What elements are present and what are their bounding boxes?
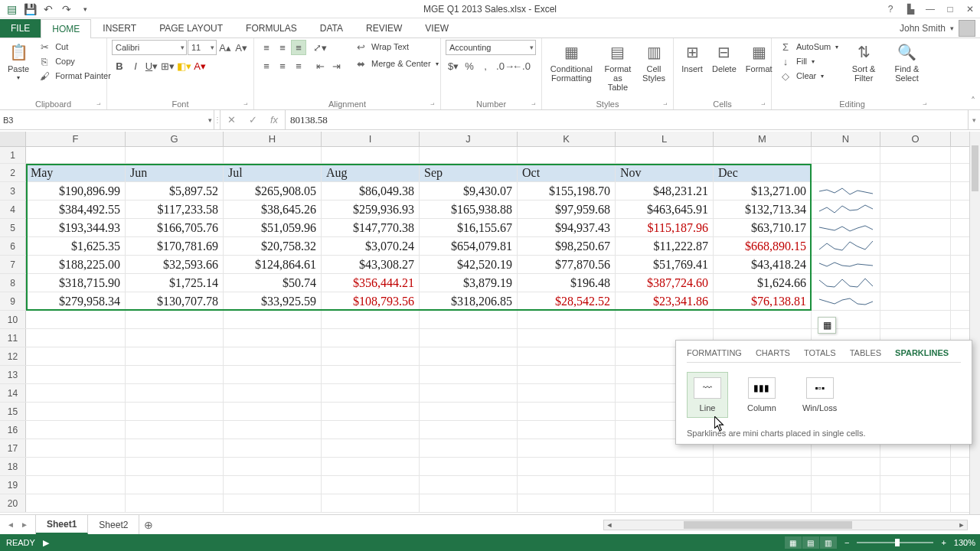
cell[interactable]: [714, 147, 812, 163]
align-top-icon[interactable]: ≡: [259, 40, 274, 55]
cell[interactable]: [224, 147, 322, 163]
column-header[interactable]: K: [518, 132, 616, 146]
cell[interactable]: $98,250.67: [518, 237, 616, 255]
cell[interactable]: [322, 366, 420, 383]
row-header[interactable]: 14: [0, 384, 26, 402]
italic-button[interactable]: I: [128, 58, 143, 73]
cell[interactable]: $1,625.35: [26, 237, 126, 255]
cell[interactable]: $279,958.34: [26, 292, 126, 310]
row-header[interactable]: 5: [0, 219, 26, 236]
cell[interactable]: [812, 164, 880, 181]
cell[interactable]: [812, 292, 880, 310]
row-header[interactable]: 18: [0, 458, 26, 475]
cell[interactable]: [224, 366, 322, 383]
cell[interactable]: [224, 458, 322, 475]
help-icon[interactable]: ?: [880, 2, 900, 17]
increase-indent-icon[interactable]: ⇥: [328, 58, 344, 73]
cell[interactable]: [880, 458, 951, 475]
cell[interactable]: [420, 494, 518, 512]
row-header[interactable]: 16: [0, 421, 26, 439]
cell[interactable]: [26, 147, 126, 163]
cell[interactable]: [714, 476, 812, 494]
cell[interactable]: [322, 439, 420, 457]
cell[interactable]: [812, 458, 880, 475]
cell[interactable]: $384,492.55: [26, 201, 126, 218]
cell[interactable]: [420, 476, 518, 494]
sparkline-option-line[interactable]: 〰Line: [687, 372, 728, 418]
cell[interactable]: $33,925.59: [224, 292, 322, 310]
cell[interactable]: [224, 384, 322, 402]
formula-input[interactable]: 80138.58: [286, 110, 968, 129]
cell[interactable]: [26, 421, 126, 439]
vertical-scroll-thumb[interactable]: [972, 145, 978, 191]
cell[interactable]: [616, 476, 714, 494]
column-header[interactable]: L: [616, 132, 714, 146]
decrease-font-icon[interactable]: A▾: [234, 40, 249, 55]
cell[interactable]: [518, 329, 616, 347]
cell[interactable]: [420, 311, 518, 328]
cut-button[interactable]: ✂Cut: [35, 40, 114, 54]
decrease-decimal-icon[interactable]: ←.0: [514, 58, 529, 73]
font-size-combo[interactable]: 11: [188, 40, 217, 55]
orientation-icon[interactable]: ⤢▾: [312, 40, 328, 55]
cell[interactable]: [26, 476, 126, 494]
cell[interactable]: $668,890.15: [714, 237, 812, 255]
row-header[interactable]: 11: [0, 329, 26, 347]
cell[interactable]: $13,271.00: [714, 182, 812, 200]
cell[interactable]: Jul: [224, 164, 322, 181]
row-header[interactable]: 6: [0, 237, 26, 255]
cell[interactable]: [880, 476, 951, 494]
cell[interactable]: [322, 384, 420, 402]
cell[interactable]: $170,781.69: [126, 237, 224, 255]
cell[interactable]: [126, 366, 224, 383]
cell[interactable]: [322, 311, 420, 328]
formulas-tab[interactable]: FORMULAS: [234, 18, 309, 37]
cell[interactable]: $356,444.21: [322, 274, 420, 292]
align-left-icon[interactable]: ≡: [259, 58, 274, 73]
cell[interactable]: [126, 384, 224, 402]
cell[interactable]: $23,341.86: [616, 292, 714, 310]
cell[interactable]: [616, 458, 714, 475]
cell[interactable]: [420, 329, 518, 347]
cell[interactable]: [420, 458, 518, 475]
hscroll-thumb[interactable]: [684, 521, 852, 529]
cell[interactable]: [224, 494, 322, 512]
quick-analysis-tab[interactable]: TABLES: [850, 348, 881, 357]
wrap-text-button[interactable]: ↩Wrap Text: [351, 40, 442, 54]
row-header[interactable]: 8: [0, 274, 26, 292]
cell[interactable]: $132,713.34: [714, 201, 812, 218]
name-box[interactable]: B3: [0, 110, 214, 129]
underline-button[interactable]: U▾: [144, 58, 159, 73]
cell[interactable]: Nov: [616, 164, 714, 181]
user-area[interactable]: John Smith ▾: [900, 20, 975, 37]
quick-analysis-tab[interactable]: FORMATTING: [687, 348, 742, 357]
cell[interactable]: $318,715.90: [26, 274, 126, 292]
cell[interactable]: [880, 164, 951, 181]
row-header[interactable]: 9: [0, 292, 26, 310]
cell[interactable]: [880, 274, 951, 292]
cell[interactable]: [880, 311, 951, 328]
cell[interactable]: $147,770.38: [322, 219, 420, 236]
fill-color-button[interactable]: ◧▾: [176, 58, 191, 73]
cell[interactable]: [518, 147, 616, 163]
cell[interactable]: $63,710.17: [714, 219, 812, 236]
maximize-icon[interactable]: □: [940, 2, 960, 17]
format-as-table-button[interactable]: ▤Format as Table: [599, 40, 636, 93]
cell[interactable]: $463,645.91: [616, 201, 714, 218]
normal-view-icon[interactable]: ▦: [785, 536, 802, 549]
cell[interactable]: [26, 403, 126, 420]
cell[interactable]: [812, 219, 880, 236]
cell[interactable]: [420, 439, 518, 457]
clear-button[interactable]: ◇Clear▾: [776, 69, 841, 83]
cell[interactable]: $190,896.99: [26, 182, 126, 200]
quick-analysis-tab[interactable]: SPARKLINES: [895, 348, 949, 357]
cell[interactable]: $1,624.66: [714, 274, 812, 292]
paste-button[interactable]: 📋 Paste ▾: [5, 40, 32, 83]
cell[interactable]: $11,222.87: [616, 237, 714, 255]
cell[interactable]: [880, 219, 951, 236]
zoom-level[interactable]: 130%: [954, 538, 975, 547]
cell[interactable]: $318,206.85: [420, 292, 518, 310]
cell[interactable]: [126, 494, 224, 512]
cell[interactable]: $166,705.76: [126, 219, 224, 236]
cell[interactable]: [714, 311, 812, 328]
